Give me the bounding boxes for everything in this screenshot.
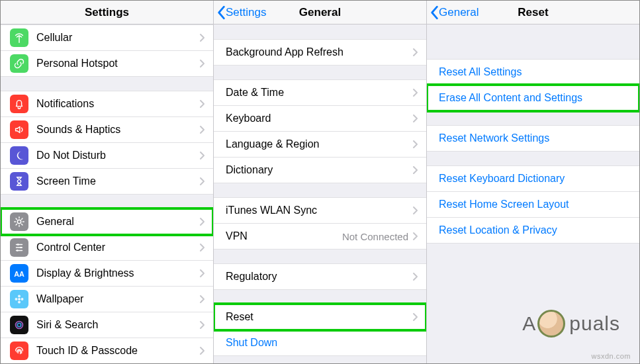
row-label: Dictionary <box>226 164 412 176</box>
chevron-right-icon <box>199 99 205 109</box>
settings-list: CellularPersonal HotspotNotificationsSou… <box>1 24 213 363</box>
back-label: General <box>439 6 479 19</box>
row-label: Screen Time <box>36 175 199 187</box>
chevron-right-icon <box>412 312 418 322</box>
chevron-right-icon <box>199 269 205 278</box>
row-label: Sounds & Haptics <box>36 124 199 136</box>
chevron-left-icon <box>216 5 226 20</box>
watermark: wsxdn.com <box>591 352 631 360</box>
screentime-icon <box>10 172 28 191</box>
row-resethome[interactable]: Reset Home Screen Layout <box>427 191 639 218</box>
row-notifications[interactable]: Notifications <box>1 91 213 117</box>
chevron-right-icon <box>412 232 418 241</box>
row-label: General <box>36 216 199 228</box>
row-label: Reset Keyboard Dictionary <box>439 173 631 185</box>
chevron-right-icon <box>412 165 418 175</box>
row-controlcenter[interactable]: Control Center <box>1 234 213 261</box>
appuals-brand: A puals <box>522 310 620 338</box>
row-vpn[interactable]: VPNNot Connected <box>214 223 426 250</box>
svg-point-5 <box>18 298 21 300</box>
back-to-settings[interactable]: Settings <box>214 5 266 20</box>
svg-point-9 <box>21 298 24 300</box>
wallpaper-icon <box>10 290 28 308</box>
svg-point-2 <box>20 247 22 249</box>
row-label: Date & Time <box>226 87 412 99</box>
row-label: Keyboard <box>226 113 412 124</box>
row-language[interactable]: Language & Region <box>214 131 426 158</box>
chevron-left-icon <box>430 5 439 20</box>
row-eraseall[interactable]: Erase All Content and Settings <box>427 85 639 111</box>
row-shutdown[interactable]: Shut Down <box>214 330 426 356</box>
chevron-right-icon <box>199 59 205 68</box>
row-label: Erase All Content and Settings <box>439 92 631 104</box>
row-hotspot[interactable]: Personal Hotspot <box>1 50 213 77</box>
chevron-right-icon <box>412 88 418 97</box>
row-itunes[interactable]: iTunes WLAN Sync <box>214 197 426 224</box>
svg-point-11 <box>17 323 21 326</box>
svg-point-0 <box>17 220 21 223</box>
general-list: Background App RefreshDate & TimeKeyboar… <box>214 24 426 355</box>
row-general[interactable]: General <box>1 208 213 235</box>
row-label: Wallpaper <box>36 293 199 305</box>
row-label: Background App Refresh <box>226 46 412 58</box>
controlcenter-icon <box>10 238 28 257</box>
row-regulatory[interactable]: Regulatory <box>214 263 426 290</box>
pane-settings: Settings CellularPersonal HotspotNotific… <box>1 1 214 363</box>
nav-title: Settings <box>1 6 213 19</box>
row-reset[interactable]: Reset <box>214 304 426 330</box>
chevron-right-icon <box>412 272 418 281</box>
row-sounds[interactable]: Sounds & Haptics <box>1 116 213 143</box>
row-label: Reset <box>226 311 412 323</box>
chevron-right-icon <box>199 320 205 330</box>
pane-reset: General Reset Reset All SettingsErase Al… <box>427 1 639 363</box>
cellular-icon <box>10 28 28 47</box>
chevron-right-icon <box>412 140 418 149</box>
back-to-general[interactable]: General <box>427 5 479 20</box>
row-siri[interactable]: Siri & Search <box>1 312 213 338</box>
row-label: Reset Home Screen Layout <box>439 199 631 210</box>
mascot-icon <box>537 310 565 338</box>
row-resetall[interactable]: Reset All Settings <box>427 59 639 85</box>
svg-point-10 <box>16 322 23 329</box>
notifications-icon <box>10 95 28 113</box>
hotspot-icon <box>10 54 28 73</box>
row-cellular[interactable]: Cellular <box>1 24 213 51</box>
navbar-general: Settings General <box>214 1 426 24</box>
row-label: iTunes WLAN Sync <box>226 205 412 216</box>
reset-list: Reset All SettingsErase All Content and … <box>427 44 639 243</box>
row-wallpaper[interactable]: Wallpaper <box>1 286 213 312</box>
chevron-right-icon <box>412 48 418 57</box>
display-icon: AA <box>10 264 28 283</box>
row-keyboard[interactable]: Keyboard <box>214 105 426 132</box>
row-dictionary[interactable]: Dictionary <box>214 157 426 183</box>
row-label: Touch ID & Passcode <box>36 345 199 357</box>
row-label: Do Not Disturb <box>36 150 199 161</box>
row-screentime[interactable]: Screen Time <box>1 168 213 195</box>
row-label: Control Center <box>36 242 199 253</box>
chevron-right-icon <box>199 125 205 134</box>
svg-point-8 <box>15 298 18 300</box>
row-label: Display & Brightness <box>36 267 199 279</box>
chevron-right-icon <box>199 295 205 304</box>
touchid-icon <box>10 341 28 360</box>
back-label: Settings <box>226 6 266 19</box>
chevron-right-icon <box>199 33 205 42</box>
row-touchid[interactable]: Touch ID & Passcode <box>1 338 213 363</box>
chevron-right-icon <box>199 243 205 252</box>
row-label: Shut Down <box>226 337 418 349</box>
row-resetloc[interactable]: Reset Location & Privacy <box>427 217 639 244</box>
general-icon <box>10 212 28 231</box>
siri-icon <box>10 316 28 334</box>
svg-point-7 <box>18 301 21 304</box>
row-label: VPN <box>226 230 342 242</box>
row-datetime[interactable]: Date & Time <box>214 79 426 106</box>
row-display[interactable]: AADisplay & Brightness <box>1 260 213 287</box>
chevron-right-icon <box>199 346 205 355</box>
row-label: Regulatory <box>226 271 412 283</box>
chevron-right-icon <box>412 206 418 215</box>
svg-point-3 <box>17 250 19 251</box>
row-dnd[interactable]: Do Not Disturb <box>1 142 213 169</box>
row-bgrefresh[interactable]: Background App Refresh <box>214 39 426 66</box>
row-resetnet[interactable]: Reset Network Settings <box>427 125 639 152</box>
row-resetkbd[interactable]: Reset Keyboard Dictionary <box>427 165 639 192</box>
